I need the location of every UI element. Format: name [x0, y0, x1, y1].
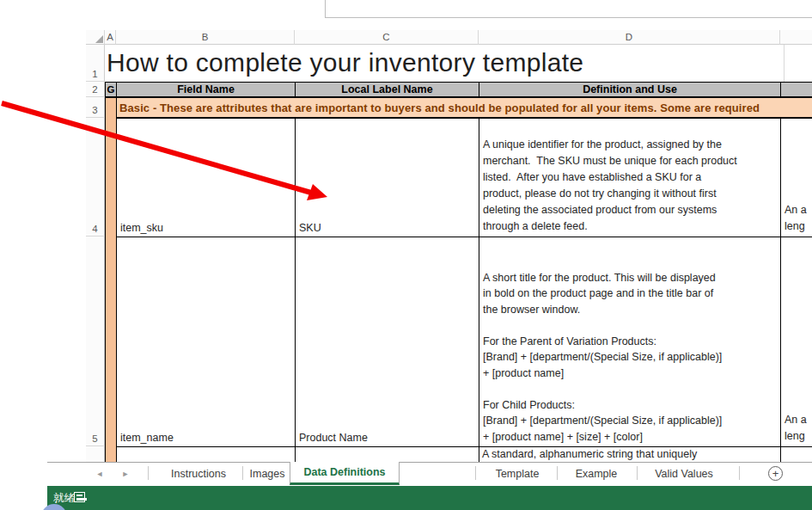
row-header-5[interactable]: 5: [86, 237, 105, 446]
tab-separator: [475, 466, 476, 480]
cropped-panel: [325, 0, 812, 18]
tab-data-definitions[interactable]: Data Definitions: [290, 462, 400, 485]
tab-example[interactable]: Example: [565, 463, 627, 485]
tab-separator: [242, 466, 243, 480]
select-all-corner[interactable]: [86, 30, 105, 45]
cell-c5-product-name[interactable]: Product Name: [295, 237, 479, 447]
cell-e4-accepted[interactable]: An a leng: [780, 118, 812, 237]
header-cell-local-label[interactable]: Local Label Name: [295, 82, 479, 97]
header-cell-accepted[interactable]: [780, 82, 812, 97]
tab-images[interactable]: Images: [247, 463, 288, 485]
header-cell-field-name[interactable]: Field Name: [116, 82, 296, 97]
section-band-basic[interactable]: Basic - These are attributes that are im…: [116, 97, 812, 118]
add-sheet-button[interactable]: +: [768, 466, 783, 481]
tab-separator: [637, 466, 638, 480]
cell-c4-sku[interactable]: SKU: [295, 118, 479, 237]
sheet-title-cell[interactable]: How to complete your inventory template: [107, 48, 583, 77]
tab-valid-values[interactable]: Valid Values: [643, 463, 725, 485]
row-header-2[interactable]: 2: [86, 82, 105, 97]
cell-b5-item-name[interactable]: item_name: [116, 237, 296, 447]
cell-d6-partial[interactable]: A standard, alphanumeric string that uni…: [479, 446, 781, 462]
cell-d4-definition[interactable]: A unique identifier for the product, ass…: [479, 118, 781, 237]
column-header-d[interactable]: D: [479, 30, 780, 45]
column-header-e[interactable]: [780, 30, 812, 45]
tab-separator: [739, 466, 740, 480]
row-header-6[interactable]: [86, 446, 105, 462]
column-header-c[interactable]: C: [295, 30, 479, 45]
tab-scroll-left-icon[interactable]: ◄: [93, 464, 107, 483]
row-header-4[interactable]: 4: [86, 118, 105, 237]
cell-e5-accepted[interactable]: An a leng: [780, 237, 812, 447]
cell-b6[interactable]: [116, 446, 296, 462]
column-header-a[interactable]: A: [105, 30, 116, 45]
tab-separator: [148, 466, 149, 480]
tab-scroll-right-icon[interactable]: ►: [119, 464, 132, 483]
column-a-band[interactable]: [105, 97, 117, 463]
header-cell-g[interactable]: G: [105, 82, 117, 97]
select-all-triangle-icon: [95, 35, 103, 43]
cell-b4-item-sku[interactable]: item_sku: [116, 118, 296, 237]
tab-separator: [557, 466, 558, 480]
tab-instructions[interactable]: Instructions: [159, 463, 238, 485]
column-header-b[interactable]: B: [116, 30, 295, 45]
tab-template[interactable]: Template: [486, 463, 548, 485]
cell-c6[interactable]: [295, 446, 479, 462]
header-cell-definition[interactable]: Definition and Use: [479, 82, 781, 97]
status-bar: [47, 486, 812, 510]
gridline: [784, 45, 785, 82]
excel-window: A B C D 1 2 3 4 5 How to complete your i…: [0, 0, 812, 510]
tab-data-definitions-label: Data Definitions: [303, 466, 385, 478]
cell-d5-definition[interactable]: A short title for the product. This will…: [479, 237, 781, 447]
macro-record-icon[interactable]: [74, 492, 85, 502]
row-header-3[interactable]: 3: [86, 97, 105, 118]
row-header-1[interactable]: 1: [86, 45, 105, 82]
